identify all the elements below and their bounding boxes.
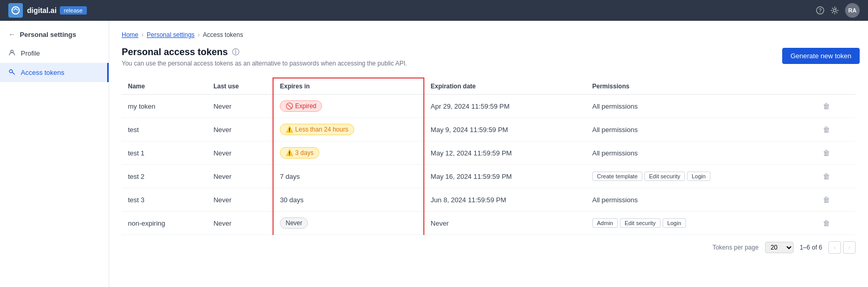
delete-token-btn[interactable]: 🗑 bbox=[821, 217, 832, 229]
col-name: Name bbox=[122, 78, 207, 95]
token-action: 🗑 bbox=[814, 188, 856, 212]
breadcrumb: Home › Personal settings › Access tokens bbox=[122, 31, 856, 38]
token-name: test 1 bbox=[122, 141, 207, 165]
token-expiration-date: Never bbox=[424, 212, 586, 235]
col-permissions: Permissions bbox=[586, 78, 814, 95]
table-row: my tokenNever🚫 ExpiredApr 29, 2024 11:59… bbox=[122, 95, 856, 118]
settings-icon-btn[interactable] bbox=[831, 6, 839, 15]
token-name: test 3 bbox=[122, 188, 207, 212]
expired-badge: 🚫 Expired bbox=[280, 100, 322, 112]
pagination-range: 1–6 of 6 bbox=[800, 244, 822, 251]
col-expires-in: Expires in bbox=[273, 78, 424, 95]
pagination-prev-btn[interactable]: ‹ bbox=[828, 241, 841, 254]
svg-point-3 bbox=[834, 9, 836, 12]
sidebar: ← Personal settings Profile Access token… bbox=[0, 21, 109, 287]
never-badge: Never bbox=[280, 217, 308, 229]
days-badge: ⚠️ 3 days bbox=[280, 147, 319, 159]
delete-token-btn[interactable]: 🗑 bbox=[821, 170, 832, 182]
app-body: ← Personal settings Profile Access token… bbox=[0, 21, 868, 287]
token-expiration-date: May 12, 2024 11:59:59 PM bbox=[424, 141, 586, 165]
breadcrumb-sep-1: › bbox=[141, 31, 144, 38]
delete-token-btn[interactable]: 🗑 bbox=[821, 147, 832, 159]
pagination-label: Tokens per page bbox=[712, 244, 759, 251]
table-footer: Tokens per page 20 50 100 1–6 of 6 ‹ › bbox=[122, 235, 856, 256]
token-name: non-expiring bbox=[122, 212, 207, 235]
token-expiration-date: May 16, 2024 11:59:59 PM bbox=[424, 165, 586, 188]
pagination-next-btn[interactable]: › bbox=[843, 241, 856, 254]
back-arrow-icon: ← bbox=[8, 30, 16, 38]
table-row: test 2Never7 daysMay 16, 2024 11:59:59 P… bbox=[122, 165, 856, 188]
permission-tag: Admin bbox=[592, 218, 618, 228]
page-title: Personal access tokens ⓘ bbox=[122, 47, 856, 58]
token-permissions: All permissions bbox=[586, 141, 814, 165]
key-icon bbox=[8, 68, 16, 77]
per-page-select[interactable]: 20 50 100 bbox=[765, 242, 794, 253]
delete-token-btn[interactable]: 🗑 bbox=[821, 123, 832, 136]
header-icons: ? RA bbox=[816, 3, 860, 18]
help-icon-btn[interactable]: ? bbox=[816, 6, 824, 15]
main-content: Generate new token Home › Personal setti… bbox=[109, 21, 868, 287]
token-permissions: All permissions bbox=[586, 95, 814, 118]
token-expires-in: ⚠️ Less than 24 hours bbox=[273, 118, 424, 141]
page-subtitle: You can use the personal access tokens a… bbox=[122, 60, 856, 67]
release-badge: release bbox=[60, 6, 87, 15]
token-permissions: Create templateEdit securityLogin bbox=[586, 165, 814, 188]
pagination-nav: ‹ › bbox=[828, 241, 856, 254]
delete-token-btn[interactable]: 🗑 bbox=[821, 193, 832, 206]
token-action: 🗑 bbox=[814, 118, 856, 141]
svg-point-5 bbox=[9, 70, 12, 73]
token-permissions: All permissions bbox=[586, 188, 814, 212]
tokens-table: Name Last use Expires in Expiration date… bbox=[122, 77, 856, 235]
col-last-use: Last use bbox=[207, 78, 273, 95]
token-action: 🗑 bbox=[814, 165, 856, 188]
logo-text: digital.ai release bbox=[27, 6, 87, 15]
token-name: my token bbox=[122, 95, 207, 118]
token-last-use: Never bbox=[207, 165, 273, 188]
token-expiration-date: Jun 8, 2024 11:59:59 PM bbox=[424, 188, 586, 212]
sidebar-back-btn[interactable]: ← Personal settings bbox=[0, 25, 109, 44]
token-permissions: All permissions bbox=[586, 118, 814, 141]
breadcrumb-home[interactable]: Home bbox=[122, 31, 138, 38]
permission-tag: Edit security bbox=[620, 218, 660, 228]
svg-text:?: ? bbox=[819, 8, 822, 14]
token-name: test 2 bbox=[122, 165, 207, 188]
sidebar-back-label: Personal settings bbox=[20, 31, 76, 38]
token-last-use: Never bbox=[207, 118, 273, 141]
token-expires-in: 7 days bbox=[273, 165, 424, 188]
token-last-use: Never bbox=[207, 188, 273, 212]
token-expiration-date: May 9, 2024 11:59:59 PM bbox=[424, 118, 586, 141]
sidebar-item-access-tokens[interactable]: Access tokens bbox=[0, 63, 109, 82]
generate-token-btn[interactable]: Generate new token bbox=[782, 48, 860, 64]
breadcrumb-personal-settings[interactable]: Personal settings bbox=[147, 31, 195, 38]
sidebar-item-profile[interactable]: Profile bbox=[0, 44, 109, 63]
token-action: 🗑 bbox=[814, 141, 856, 165]
sidebar-profile-label: Profile bbox=[21, 49, 40, 57]
col-expiration-date: Expiration date bbox=[424, 78, 586, 95]
col-actions bbox=[814, 78, 856, 95]
permission-tag: Login bbox=[663, 218, 686, 228]
token-last-use: Never bbox=[207, 212, 273, 235]
table-row: testNever⚠️ Less than 24 hoursMay 9, 202… bbox=[122, 118, 856, 141]
permission-tag: Create template bbox=[592, 172, 642, 181]
permission-tag: Login bbox=[687, 172, 710, 181]
logo-brand: digital.ai bbox=[27, 6, 57, 15]
breadcrumb-current: Access tokens bbox=[203, 31, 243, 38]
permission-tag: Edit security bbox=[644, 172, 685, 181]
token-last-use: Never bbox=[207, 95, 273, 118]
page-title-help-icon[interactable]: ⓘ bbox=[232, 48, 239, 57]
delete-token-btn[interactable]: 🗑 bbox=[821, 100, 832, 112]
token-action: 🗑 bbox=[814, 212, 856, 235]
breadcrumb-sep-2: › bbox=[198, 31, 200, 38]
token-last-use: Never bbox=[207, 141, 273, 165]
token-action: 🗑 bbox=[814, 95, 856, 118]
warning-badge: ⚠️ Less than 24 hours bbox=[280, 124, 354, 135]
top-header: digital.ai release ? RA bbox=[0, 0, 868, 21]
page-title-text: Personal access tokens bbox=[122, 47, 228, 58]
table-row: test 1Never⚠️ 3 daysMay 12, 2024 11:59:5… bbox=[122, 141, 856, 165]
user-avatar[interactable]: RA bbox=[845, 3, 860, 18]
logo-area: digital.ai release bbox=[8, 3, 87, 18]
token-expires-in: 30 days bbox=[273, 188, 424, 212]
token-name: test bbox=[122, 118, 207, 141]
sidebar-tokens-label: Access tokens bbox=[21, 69, 64, 76]
table-row: non-expiringNeverNeverNeverAdminEdit sec… bbox=[122, 212, 856, 235]
